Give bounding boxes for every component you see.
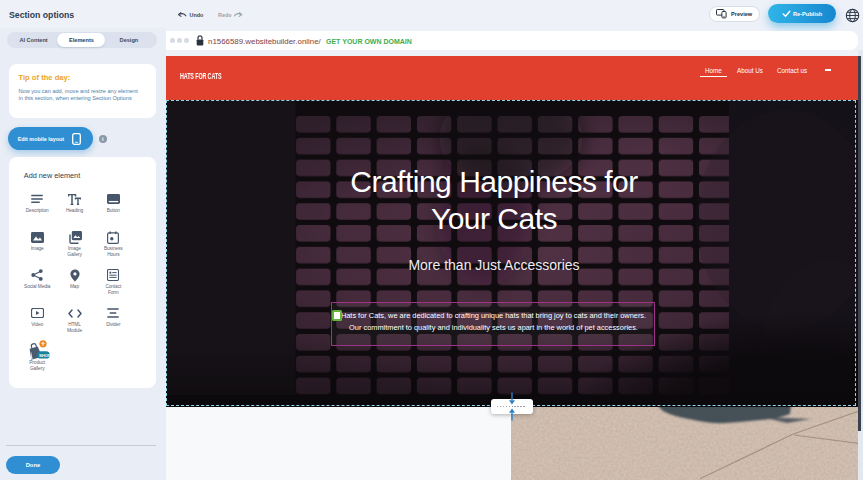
svg-text:Redo: Redo (218, 12, 232, 18)
svg-text:Undo: Undo (190, 12, 204, 18)
svg-text:SHOP: SHOP (39, 353, 50, 358)
